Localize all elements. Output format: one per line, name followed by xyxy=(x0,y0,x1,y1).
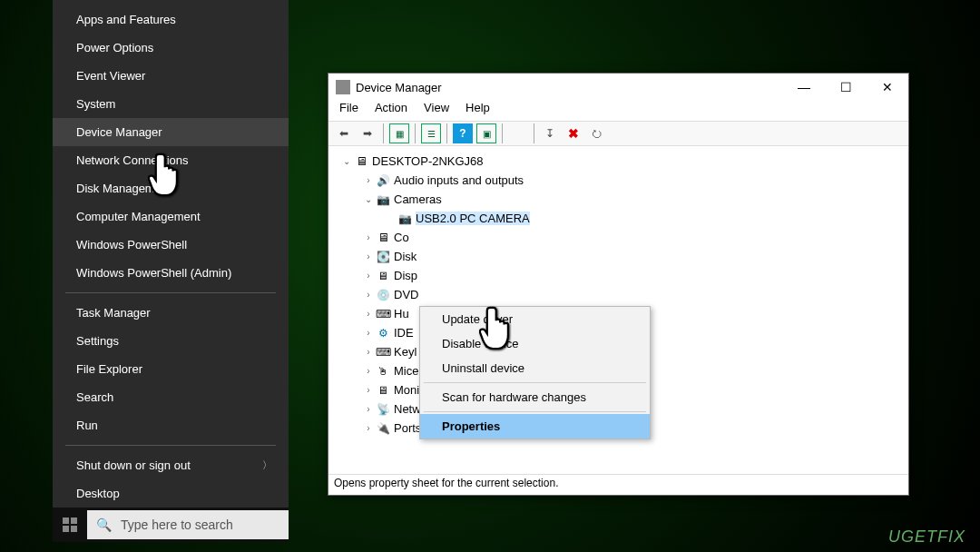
winx-item-network-connections[interactable]: Network Connections xyxy=(53,146,289,174)
computer-icon xyxy=(354,154,368,169)
winx-item-task-manager[interactable]: Task Manager xyxy=(53,299,289,327)
chevron-right-icon[interactable]: › xyxy=(361,385,376,395)
winx-item-device-manager[interactable]: Device Manager xyxy=(53,118,289,146)
chevron-right-icon[interactable]: › xyxy=(361,328,376,338)
tree-node-display-adapters[interactable]: › Disp xyxy=(336,266,908,285)
uninstall-button[interactable]: ✖ xyxy=(564,123,583,143)
winx-item-shutdown[interactable]: Shut down or sign out 〉 xyxy=(53,451,289,479)
camera-icon xyxy=(376,192,390,207)
winx-item-desktop[interactable]: Desktop xyxy=(53,479,289,508)
ctx-scan-hardware[interactable]: Scan for hardware changes xyxy=(420,385,650,409)
tree-node-computer[interactable]: › Co xyxy=(336,228,908,247)
display-icon xyxy=(376,269,390,283)
forward-button[interactable]: ➡ xyxy=(358,123,377,143)
ctx-separator xyxy=(424,411,646,412)
tree-node-audio[interactable]: › Audio inputs and outputs xyxy=(336,171,908,190)
toolbar: ⬅ ➡ ▦ ☰ ? ▣ ↧ ✖ ⭮ xyxy=(328,121,908,146)
ctx-separator xyxy=(424,382,646,383)
winx-item-file-explorer[interactable]: File Explorer xyxy=(53,355,289,383)
ctx-disable-device[interactable]: Disable device xyxy=(420,331,650,356)
winx-item-search[interactable]: Search xyxy=(53,383,289,411)
close-button[interactable]: ✕ xyxy=(867,74,908,101)
audio-icon xyxy=(376,173,390,188)
network-icon xyxy=(376,402,390,417)
winx-item-powershell[interactable]: Windows PowerShell xyxy=(53,231,289,259)
tree-node-cameras[interactable]: ⌄ Cameras xyxy=(336,190,908,209)
show-hidden-button[interactable]: ▦ xyxy=(389,123,409,143)
disk-icon xyxy=(376,250,390,264)
device-manager-window: Device Manager — ☐ ✕ File Action View He… xyxy=(328,73,909,496)
taskbar-search[interactable]: 🔍 Type here to search xyxy=(87,510,289,539)
menu-action[interactable]: Action xyxy=(375,101,407,121)
search-placeholder: Type here to search xyxy=(121,518,233,532)
svg-rect-0 xyxy=(63,518,69,524)
search-icon: 🔍 xyxy=(96,518,112,532)
chevron-right-icon: 〉 xyxy=(262,458,272,472)
winx-item-settings[interactable]: Settings xyxy=(53,327,289,355)
tree-node-dvd[interactable]: › DVD xyxy=(336,285,908,304)
menubar: File Action View Help xyxy=(328,101,908,121)
ctx-uninstall-device[interactable]: Uninstall device xyxy=(420,356,650,380)
winx-item-system[interactable]: System xyxy=(53,90,289,118)
winx-item-computer-management[interactable]: Computer Management xyxy=(53,202,289,231)
taskbar: 🔍 Type here to search xyxy=(53,508,289,542)
chevron-right-icon[interactable]: › xyxy=(361,309,376,319)
svg-rect-1 xyxy=(71,518,77,524)
chevron-right-icon[interactable]: › xyxy=(361,347,376,357)
chevron-down-icon[interactable]: ⌄ xyxy=(361,194,376,204)
window-title: Device Manager xyxy=(356,81,442,94)
computer-icon xyxy=(376,231,390,245)
winx-separator xyxy=(65,292,276,293)
winx-item-powershell-admin[interactable]: Windows PowerShell (Admin) xyxy=(53,259,289,287)
watermark: UGETFIX xyxy=(888,527,965,547)
ctx-update-driver[interactable]: Update driver xyxy=(420,307,650,331)
dvd-icon xyxy=(376,288,390,302)
app-icon xyxy=(336,80,350,94)
properties-button[interactable]: ☰ xyxy=(421,123,441,143)
port-icon xyxy=(376,421,390,436)
start-button[interactable] xyxy=(53,508,87,542)
tree-node-disk-drives[interactable]: › Disk xyxy=(336,247,908,266)
scan-button[interactable]: ▣ xyxy=(476,123,496,143)
menu-help[interactable]: Help xyxy=(466,101,490,121)
status-bar: Opens property sheet for the current sel… xyxy=(328,475,908,495)
chevron-right-icon[interactable]: › xyxy=(361,251,376,261)
tree-leaf-usb-camera[interactable]: USB2.0 PC CAMERA xyxy=(336,209,908,228)
refresh-button[interactable]: ⭮ xyxy=(587,123,607,143)
ide-icon xyxy=(376,326,390,340)
hid-icon xyxy=(376,307,390,321)
windows-logo-icon xyxy=(63,518,77,532)
enable-button[interactable]: ↧ xyxy=(540,123,560,143)
chevron-right-icon[interactable]: › xyxy=(361,175,376,185)
monitor-icon xyxy=(376,383,390,398)
chevron-right-icon[interactable]: › xyxy=(361,404,376,414)
device-tree[interactable]: ⌄ DESKTOP-2NKGJ68 › Audio inputs and out… xyxy=(328,146,908,475)
chevron-down-icon[interactable]: ⌄ xyxy=(339,156,354,166)
chevron-right-icon[interactable]: › xyxy=(361,232,376,242)
chevron-right-icon[interactable]: › xyxy=(361,271,376,281)
help-button[interactable]: ? xyxy=(453,123,473,143)
svg-rect-2 xyxy=(63,526,69,532)
mouse-icon xyxy=(376,364,390,379)
chevron-right-icon[interactable]: › xyxy=(361,423,376,433)
winx-menu: Apps and Features Power Options Event Vi… xyxy=(53,0,289,508)
back-button[interactable]: ⬅ xyxy=(334,123,354,143)
maximize-button[interactable]: ☐ xyxy=(825,74,867,101)
menu-view[interactable]: View xyxy=(424,101,449,121)
winx-item-run[interactable]: Run xyxy=(53,411,289,439)
winx-item-apps-features[interactable]: Apps and Features xyxy=(53,5,289,34)
update-driver-button[interactable] xyxy=(508,123,528,143)
chevron-right-icon[interactable]: › xyxy=(361,366,376,376)
menu-file[interactable]: File xyxy=(339,101,358,121)
camera-icon xyxy=(397,212,412,226)
device-context-menu: Update driver Disable device Uninstall d… xyxy=(419,306,651,439)
winx-item-power-options[interactable]: Power Options xyxy=(53,34,289,62)
tree-root[interactable]: ⌄ DESKTOP-2NKGJ68 xyxy=(336,152,908,171)
minimize-button[interactable]: — xyxy=(783,74,825,101)
titlebar[interactable]: Device Manager — ☐ ✕ xyxy=(328,74,908,101)
chevron-right-icon[interactable]: › xyxy=(361,290,376,300)
ctx-properties[interactable]: Properties xyxy=(420,414,650,439)
svg-rect-3 xyxy=(71,526,77,532)
winx-item-disk-management[interactable]: Disk Management xyxy=(53,174,289,202)
winx-item-event-viewer[interactable]: Event Viewer xyxy=(53,62,289,90)
